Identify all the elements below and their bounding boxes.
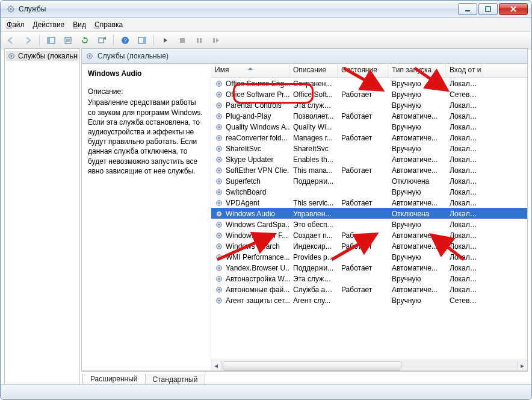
gear-icon bbox=[215, 145, 223, 153]
description-text: Управление средствами работы со звуком д… bbox=[88, 98, 205, 176]
cell-logon: Сетевая с bbox=[446, 90, 482, 99]
service-row[interactable]: Plug-and-PlayПозволяет...РаботаетАвтомат… bbox=[211, 110, 527, 121]
menu-help[interactable]: Справка bbox=[91, 19, 126, 30]
view-tabs: Расширенный Стандартный bbox=[81, 371, 528, 385]
gear-icon bbox=[215, 90, 223, 99]
cell-state: Работает bbox=[338, 242, 388, 251]
scrollbar-thumb[interactable] bbox=[223, 361, 401, 370]
service-row[interactable]: Parental ControlsЭта служб...ВручнуюЛока… bbox=[211, 99, 527, 110]
cell-description: Управлен... bbox=[289, 209, 338, 218]
cell-startup-type: Автоматиче... bbox=[388, 111, 446, 120]
cell-name: Windows Search bbox=[211, 242, 289, 251]
close-button[interactable] bbox=[499, 3, 528, 15]
service-row[interactable]: VPDAgentThis servic...РаботаетАвтоматиче… bbox=[211, 197, 527, 208]
svg-point-44 bbox=[218, 137, 220, 139]
svg-point-30 bbox=[11, 55, 13, 57]
menu-file[interactable]: ФФайлайл bbox=[3, 19, 28, 30]
forward-button bbox=[20, 33, 36, 48]
service-row[interactable]: SwitchBoardВручнуюЛокальна bbox=[211, 186, 527, 197]
services-app-icon bbox=[7, 5, 15, 13]
cell-logon: Локальна bbox=[446, 144, 482, 153]
service-row[interactable]: ShareItSvcShareItSvcВручнуюЛокальна bbox=[211, 143, 527, 154]
selected-service-name: Windows Audio bbox=[88, 69, 205, 78]
cell-logon: Локальна bbox=[446, 252, 482, 261]
service-row[interactable]: Quality Windows A...Quality Wi...Вручную… bbox=[211, 121, 527, 132]
show-hide-action-pane-button[interactable] bbox=[134, 33, 150, 48]
column-header-state[interactable]: Состояние bbox=[338, 64, 388, 77]
service-row[interactable]: Skype UpdaterEnables th...Автоматиче...Л… bbox=[211, 154, 527, 164]
service-row[interactable]: Windows CardSpa...Это обесп...ВручнуюЛок… bbox=[211, 219, 527, 230]
svg-line-7 bbox=[13, 11, 13, 11]
service-row[interactable]: Автономные фай...Служба ав...РаботаетАвт… bbox=[211, 284, 527, 295]
tab-extended[interactable]: Расширенный bbox=[82, 373, 146, 385]
cell-description: This servic... bbox=[289, 198, 338, 207]
tree-pane[interactable]: Службы (локальные) bbox=[4, 48, 80, 385]
properties-button[interactable] bbox=[60, 33, 76, 48]
rows-container[interactable]: Office Source Eng...Сохранен...ВручнуюЛо… bbox=[211, 78, 527, 360]
service-row[interactable]: SoftEther VPN Clie...This mana...Работае… bbox=[211, 164, 527, 175]
start-service-button[interactable] bbox=[158, 33, 173, 48]
tree-item-services-local[interactable]: Службы (локальные) bbox=[6, 51, 78, 61]
cell-state: Работает bbox=[338, 133, 388, 142]
pause-service-button bbox=[191, 33, 207, 48]
cell-state: Работает bbox=[338, 263, 388, 272]
cell-state: Работает bbox=[338, 90, 388, 99]
toolbar-separator bbox=[113, 35, 114, 46]
scroll-right-icon[interactable]: ▸ bbox=[518, 361, 527, 370]
toolbar-separator bbox=[153, 35, 154, 46]
horizontal-scrollbar[interactable]: ◂ ▸ bbox=[211, 360, 527, 370]
gear-icon bbox=[215, 220, 223, 229]
cell-startup-type: Вручную bbox=[388, 122, 446, 131]
service-name-text: Office Source Eng... bbox=[226, 80, 289, 88]
menu-view[interactable]: Вид bbox=[69, 19, 90, 30]
cell-logon: Локальна bbox=[446, 79, 482, 88]
cell-startup-type: Вручную bbox=[388, 220, 446, 229]
menu-action[interactable]: Действие bbox=[29, 19, 69, 30]
pane-body: Windows Audio Описание: Управление средс… bbox=[81, 63, 528, 371]
export-list-button[interactable] bbox=[94, 33, 110, 48]
svg-line-9 bbox=[13, 7, 13, 7]
gear-icon bbox=[215, 177, 223, 186]
cell-logon: Локальна bbox=[446, 209, 482, 218]
gear-icon bbox=[215, 188, 223, 196]
column-header-name[interactable]: Имя bbox=[211, 64, 289, 77]
refresh-button[interactable] bbox=[77, 33, 93, 48]
maximize-button[interactable] bbox=[478, 3, 498, 15]
scroll-left-icon[interactable]: ◂ bbox=[211, 361, 221, 370]
cell-startup-type: Отключена bbox=[388, 209, 446, 218]
cell-description: Индексир... bbox=[289, 242, 338, 251]
service-row[interactable]: Office Software Pr...Office Soft...Работ… bbox=[211, 89, 527, 99]
svg-point-42 bbox=[218, 126, 220, 128]
cell-logon: Сетевая с bbox=[446, 296, 482, 305]
minimize-button[interactable] bbox=[458, 3, 477, 15]
gear-icon bbox=[215, 199, 223, 207]
show-hide-tree-button[interactable] bbox=[43, 33, 59, 48]
service-row[interactable]: Windows AudioУправлен...ОтключенаЛокальн… bbox=[211, 208, 527, 219]
scrollbar-track[interactable] bbox=[221, 361, 518, 370]
help-button[interactable]: ? bbox=[117, 33, 133, 48]
service-row[interactable]: WMI Performance...Provides p...ВручнуюЛо… bbox=[211, 251, 527, 262]
service-row[interactable]: Агент защиты сет...Агент слу...ВручнуюСе… bbox=[211, 295, 527, 305]
service-row[interactable]: Автонастройка W...Эта служб...ВручнуюЛок… bbox=[211, 273, 527, 284]
service-row[interactable]: Yandex.Browser U...Поддержи...РаботаетАв… bbox=[211, 262, 527, 273]
cell-state: Работает bbox=[338, 285, 388, 294]
svg-point-56 bbox=[218, 202, 220, 204]
service-row[interactable]: Windows Driver F...Создает п...РаботаетА… bbox=[211, 230, 527, 240]
tab-standard[interactable]: Стандартный bbox=[145, 374, 206, 385]
svg-point-38 bbox=[218, 104, 220, 106]
service-row[interactable]: SuperfetchПоддержи...ОтключенаЛокальна bbox=[211, 175, 527, 186]
column-header-startup-type[interactable]: Тип запуска bbox=[388, 64, 446, 77]
service-row[interactable]: reaConverter fold...Manages r...Работает… bbox=[211, 132, 527, 143]
cell-name: Windows Driver F... bbox=[211, 231, 289, 240]
service-row[interactable]: Office Source Eng...Сохранен...ВручнуюЛо… bbox=[211, 78, 527, 89]
column-header-description[interactable]: Описание bbox=[289, 64, 338, 77]
column-header-logon[interactable]: Вход от и... bbox=[446, 64, 482, 77]
gear-icon bbox=[215, 101, 223, 110]
cell-startup-type: Отключена bbox=[388, 177, 446, 186]
window-title: Службы bbox=[4, 5, 457, 13]
service-row[interactable]: Windows SearchИндексир...РаботаетАвтомат… bbox=[211, 240, 527, 251]
gear-icon bbox=[7, 52, 16, 60]
service-name-text: Quality Windows A... bbox=[226, 123, 289, 131]
service-name-text: Windows CardSpa... bbox=[226, 220, 289, 229]
gear-icon bbox=[215, 264, 223, 272]
